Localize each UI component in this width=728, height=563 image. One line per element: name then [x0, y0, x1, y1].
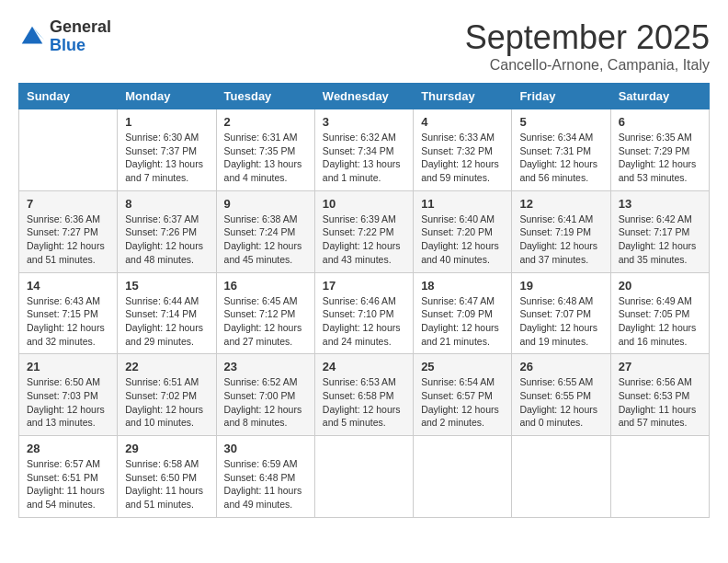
day-info: Sunrise: 6:49 AMSunset: 7:05 PMDaylight:…: [619, 294, 701, 349]
calendar-cell: 15 Sunrise: 6:44 AMSunset: 7:14 PMDaylig…: [118, 272, 216, 354]
month-title: September 2025: [465, 18, 710, 57]
calendar-cell: 4 Sunrise: 6:33 AMSunset: 7:32 PMDayligh…: [414, 109, 512, 191]
day-info: Sunrise: 6:52 AMSunset: 7:00 PMDaylight:…: [224, 375, 307, 430]
calendar-week-4: 21 Sunrise: 6:50 AMSunset: 7:03 PMDaylig…: [19, 354, 710, 436]
day-info: Sunrise: 6:53 AMSunset: 6:58 PMDaylight:…: [323, 375, 405, 430]
day-number: 25: [421, 360, 504, 373]
logo-icon: [18, 23, 46, 51]
day-number: 15: [125, 279, 208, 293]
calendar-cell: 12 Sunrise: 6:41 AMSunset: 7:19 PMDaylig…: [512, 190, 610, 272]
calendar-cell: [314, 436, 413, 518]
day-number: 20: [619, 279, 701, 293]
day-number: 6: [619, 115, 701, 129]
calendar-cell: 26 Sunrise: 6:55 AMSunset: 6:55 PMDaylig…: [512, 354, 610, 436]
header-row: Sunday Monday Tuesday Wednesday Thursday…: [19, 84, 710, 109]
day-number: 22: [125, 360, 208, 373]
calendar-cell: 13 Sunrise: 6:42 AMSunset: 7:17 PMDaylig…: [610, 190, 709, 272]
day-number: 30: [224, 442, 307, 455]
col-sunday: Sunday: [19, 84, 118, 109]
day-info: Sunrise: 6:59 AMSunset: 6:48 PMDaylight:…: [224, 457, 307, 511]
calendar-cell: 29 Sunrise: 6:58 AMSunset: 6:50 PMDaylig…: [118, 436, 216, 518]
logo-general: General: [50, 18, 111, 37]
day-info: Sunrise: 6:40 AMSunset: 7:20 PMDaylight:…: [421, 213, 504, 267]
day-info: Sunrise: 6:39 AMSunset: 7:22 PMDaylight:…: [323, 213, 405, 267]
day-info: Sunrise: 6:46 AMSunset: 7:10 PMDaylight:…: [323, 294, 405, 349]
day-number: 8: [125, 197, 208, 211]
day-info: Sunrise: 6:33 AMSunset: 7:32 PMDaylight:…: [421, 131, 504, 185]
day-info: Sunrise: 6:57 AMSunset: 6:51 PMDaylight:…: [27, 457, 109, 511]
calendar-cell: 16 Sunrise: 6:45 AMSunset: 7:12 PMDaylig…: [216, 272, 314, 354]
day-info: Sunrise: 6:32 AMSunset: 7:34 PMDaylight:…: [323, 131, 405, 185]
day-number: 16: [224, 279, 307, 293]
calendar-cell: 25 Sunrise: 6:54 AMSunset: 6:57 PMDaylig…: [414, 354, 512, 436]
day-info: Sunrise: 6:45 AMSunset: 7:12 PMDaylight:…: [224, 294, 307, 349]
calendar-cell: 17 Sunrise: 6:46 AMSunset: 7:10 PMDaylig…: [314, 272, 413, 354]
day-info: Sunrise: 6:36 AMSunset: 7:27 PMDaylight:…: [27, 213, 109, 267]
day-info: Sunrise: 6:38 AMSunset: 7:24 PMDaylight:…: [224, 213, 307, 267]
day-info: Sunrise: 6:47 AMSunset: 7:09 PMDaylight:…: [421, 294, 504, 349]
page-header: General Blue September 2025 Cancello-Arn…: [18, 18, 710, 74]
day-info: Sunrise: 6:50 AMSunset: 7:03 PMDaylight:…: [27, 375, 109, 430]
calendar-cell: 5 Sunrise: 6:34 AMSunset: 7:31 PMDayligh…: [512, 109, 610, 191]
day-number: 1: [125, 115, 208, 129]
calendar-cell: 28 Sunrise: 6:57 AMSunset: 6:51 PMDaylig…: [19, 436, 118, 518]
location-title: Cancello-Arnone, Campania, Italy: [465, 57, 710, 74]
calendar-week-5: 28 Sunrise: 6:57 AMSunset: 6:51 PMDaylig…: [19, 436, 710, 518]
day-number: 28: [27, 442, 109, 455]
col-wednesday: Wednesday: [314, 84, 413, 109]
calendar-cell: 10 Sunrise: 6:39 AMSunset: 7:22 PMDaylig…: [314, 190, 413, 272]
calendar-cell: 20 Sunrise: 6:49 AMSunset: 7:05 PMDaylig…: [610, 272, 709, 354]
day-number: 7: [27, 197, 109, 211]
day-number: 9: [224, 197, 307, 211]
day-info: Sunrise: 6:54 AMSunset: 6:57 PMDaylight:…: [421, 375, 504, 430]
calendar-table: Sunday Monday Tuesday Wednesday Thursday…: [18, 83, 710, 518]
day-number: 21: [27, 360, 109, 373]
day-info: Sunrise: 6:35 AMSunset: 7:29 PMDaylight:…: [619, 131, 701, 185]
calendar-cell: 21 Sunrise: 6:50 AMSunset: 7:03 PMDaylig…: [19, 354, 118, 436]
day-info: Sunrise: 6:56 AMSunset: 6:53 PMDaylight:…: [619, 375, 701, 430]
calendar-cell: 3 Sunrise: 6:32 AMSunset: 7:34 PMDayligh…: [314, 109, 413, 191]
col-thursday: Thursday: [414, 84, 512, 109]
calendar-cell: 1 Sunrise: 6:30 AMSunset: 7:37 PMDayligh…: [118, 109, 216, 191]
calendar-cell: 11 Sunrise: 6:40 AMSunset: 7:20 PMDaylig…: [414, 190, 512, 272]
title-block: September 2025 Cancello-Arnone, Campania…: [465, 18, 710, 74]
logo-text: General Blue: [50, 18, 111, 55]
day-info: Sunrise: 6:42 AMSunset: 7:17 PMDaylight:…: [619, 213, 701, 267]
calendar-cell: [610, 436, 709, 518]
day-number: 5: [519, 115, 602, 129]
logo: General Blue: [18, 18, 111, 55]
calendar-week-2: 7 Sunrise: 6:36 AMSunset: 7:27 PMDayligh…: [19, 190, 710, 272]
day-info: Sunrise: 6:58 AMSunset: 6:50 PMDaylight:…: [125, 457, 208, 511]
calendar-cell: 7 Sunrise: 6:36 AMSunset: 7:27 PMDayligh…: [19, 190, 118, 272]
calendar-week-3: 14 Sunrise: 6:43 AMSunset: 7:15 PMDaylig…: [19, 272, 710, 354]
calendar-cell: 6 Sunrise: 6:35 AMSunset: 7:29 PMDayligh…: [610, 109, 709, 191]
day-number: 26: [519, 360, 602, 373]
day-info: Sunrise: 6:34 AMSunset: 7:31 PMDaylight:…: [519, 131, 602, 185]
calendar-cell: 8 Sunrise: 6:37 AMSunset: 7:26 PMDayligh…: [118, 190, 216, 272]
calendar-cell: [414, 436, 512, 518]
calendar-cell: 18 Sunrise: 6:47 AMSunset: 7:09 PMDaylig…: [414, 272, 512, 354]
day-info: Sunrise: 6:43 AMSunset: 7:15 PMDaylight:…: [27, 294, 109, 349]
day-info: Sunrise: 6:44 AMSunset: 7:14 PMDaylight:…: [125, 294, 208, 349]
calendar-cell: 30 Sunrise: 6:59 AMSunset: 6:48 PMDaylig…: [216, 436, 314, 518]
day-number: 18: [421, 279, 504, 293]
calendar-cell: 9 Sunrise: 6:38 AMSunset: 7:24 PMDayligh…: [216, 190, 314, 272]
day-number: 11: [421, 197, 504, 211]
day-info: Sunrise: 6:55 AMSunset: 6:55 PMDaylight:…: [519, 375, 602, 430]
day-info: Sunrise: 6:48 AMSunset: 7:07 PMDaylight:…: [519, 294, 602, 349]
calendar-cell: 22 Sunrise: 6:51 AMSunset: 7:02 PMDaylig…: [118, 354, 216, 436]
calendar-cell: [19, 109, 118, 191]
calendar-cell: 23 Sunrise: 6:52 AMSunset: 7:00 PMDaylig…: [216, 354, 314, 436]
calendar-cell: 24 Sunrise: 6:53 AMSunset: 6:58 PMDaylig…: [314, 354, 413, 436]
calendar-cell: 2 Sunrise: 6:31 AMSunset: 7:35 PMDayligh…: [216, 109, 314, 191]
day-number: 19: [519, 279, 602, 293]
day-number: 17: [323, 279, 405, 293]
day-info: Sunrise: 6:31 AMSunset: 7:35 PMDaylight:…: [224, 131, 307, 185]
day-number: 13: [619, 197, 701, 211]
day-number: 14: [27, 279, 109, 293]
day-number: 29: [125, 442, 208, 455]
calendar-cell: 14 Sunrise: 6:43 AMSunset: 7:15 PMDaylig…: [19, 272, 118, 354]
day-info: Sunrise: 6:37 AMSunset: 7:26 PMDaylight:…: [125, 213, 208, 267]
day-number: 10: [323, 197, 405, 211]
calendar-cell: [512, 436, 610, 518]
